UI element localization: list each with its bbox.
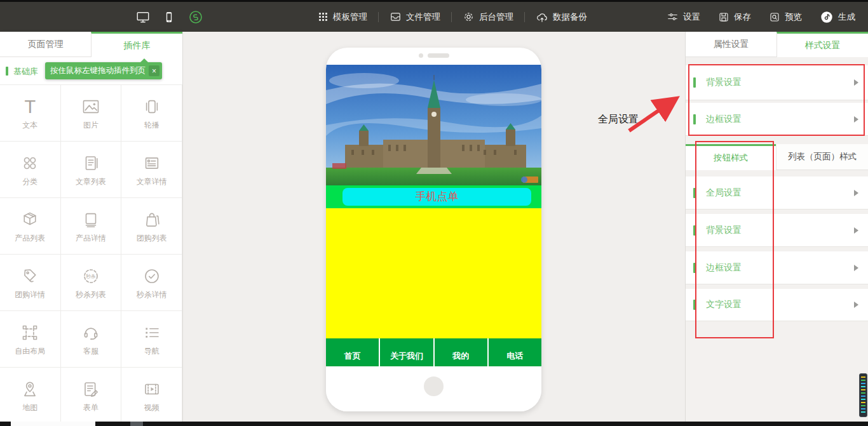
settings-button[interactable]: 设置 bbox=[667, 11, 700, 23]
menu-backend-management[interactable]: 后台管理 bbox=[463, 11, 513, 23]
plugin-item-category[interactable]: 分类 bbox=[0, 142, 61, 198]
plugin-item-article-detail[interactable]: 文章详情 bbox=[121, 142, 182, 198]
phone-bottom-nav: 首页 关于我们 我的 电话 bbox=[326, 338, 541, 366]
plugin-item-navigation[interactable]: 导航 bbox=[121, 311, 182, 368]
plugin-item-groupbuy-list[interactable]: 团购列表 bbox=[121, 198, 182, 255]
nav-item-phone[interactable]: 电话 bbox=[487, 338, 541, 366]
row-button-global-settings[interactable]: 全局设置 bbox=[686, 176, 868, 210]
nav-list-icon bbox=[142, 322, 161, 343]
row-background-settings[interactable]: 背景设置 bbox=[686, 65, 868, 100]
link-icon[interactable] bbox=[188, 10, 203, 25]
preview-magnifier-icon bbox=[769, 11, 780, 23]
side-widget[interactable] bbox=[859, 373, 867, 417]
separator bbox=[524, 12, 525, 22]
generate-icon bbox=[820, 10, 834, 24]
drag-hint-tooltip: 按住鼠标左键拖动插件到页 × bbox=[45, 62, 162, 79]
image-icon bbox=[81, 96, 100, 117]
file-box-icon bbox=[390, 11, 402, 23]
menu-template-management[interactable]: 模板管理 bbox=[318, 11, 367, 23]
tab-page-management[interactable]: 页面管理 bbox=[0, 32, 91, 57]
banner-image[interactable] bbox=[326, 65, 541, 185]
nav-item-about[interactable]: 关于我们 bbox=[379, 338, 433, 366]
row-button-border-settings[interactable]: 边框设置 bbox=[686, 251, 868, 284]
plugin-item-product-detail[interactable]: 产品详情 bbox=[61, 198, 122, 255]
scrollbar-thumb[interactable] bbox=[11, 422, 95, 426]
tab-plugin-library[interactable]: 插件库 bbox=[91, 32, 182, 57]
map-pin-icon bbox=[20, 378, 39, 400]
settings-panel: 属性设置 样式设置 背景设置 边框设置 按钮样式 列表（页面）样式 全局设置 背… bbox=[685, 32, 868, 422]
phone-chin bbox=[326, 366, 541, 411]
plugin-item-carousel[interactable]: 轮播 bbox=[121, 85, 182, 142]
plugin-item-form[interactable]: 表单 bbox=[61, 368, 122, 422]
product-detail-icon bbox=[81, 209, 100, 230]
groupbuy-detail-icon bbox=[20, 265, 39, 287]
groupbuy-list-icon bbox=[142, 209, 161, 230]
plugin-grid: T 文本 图片 轮播 分类 文章列表 bbox=[0, 84, 182, 422]
green-strip-block[interactable]: 手机点单 bbox=[326, 185, 541, 208]
save-button[interactable]: 保存 bbox=[718, 11, 751, 23]
phone-camera-dot bbox=[419, 53, 423, 58]
phone-screen: 手机点单 首页 关于我们 我的 电话 bbox=[326, 65, 541, 411]
green-marker bbox=[693, 300, 696, 310]
phone-preview: 手机点单 首页 关于我们 我的 电话 bbox=[326, 48, 541, 411]
scrollbar-segment bbox=[130, 422, 143, 426]
generate-button[interactable]: 生成 bbox=[820, 10, 855, 24]
plugin-item-video[interactable]: 视频 bbox=[121, 368, 182, 422]
form-icon bbox=[81, 378, 100, 400]
row-border-settings[interactable]: 边框设置 bbox=[686, 103, 868, 136]
plugin-item-free-layout[interactable]: 自由布局 bbox=[0, 311, 61, 368]
plugin-item-article-list[interactable]: 文章列表 bbox=[61, 142, 122, 198]
cloud-upload-icon bbox=[536, 11, 548, 23]
horizontal-scrollbar[interactable] bbox=[0, 422, 868, 426]
plugin-item-groupbuy-detail[interactable]: 团购详情 bbox=[0, 255, 61, 311]
desktop-view-icon[interactable] bbox=[136, 10, 150, 24]
free-layout-icon bbox=[20, 322, 39, 343]
chevron-right-icon bbox=[854, 190, 858, 196]
preview-button[interactable]: 预览 bbox=[769, 11, 802, 23]
tab-list-page-style[interactable]: 列表（页面）样式 bbox=[776, 144, 868, 170]
tooltip-close-icon[interactable]: × bbox=[149, 65, 159, 76]
row-button-background-settings[interactable]: 背景设置 bbox=[686, 214, 868, 247]
plugin-item-seckill-detail[interactable]: 秒杀详情 bbox=[121, 255, 182, 311]
row-button-text-settings[interactable]: 文字设置 bbox=[686, 289, 868, 321]
green-marker bbox=[693, 225, 696, 236]
product-list-icon bbox=[20, 209, 39, 230]
tab-attribute-settings[interactable]: 属性设置 bbox=[686, 32, 776, 57]
editor-canvas: 手机点单 首页 关于我们 我的 电话 全局设置 bbox=[183, 32, 685, 422]
plugin-item-product-list[interactable]: 产品列表 bbox=[0, 198, 61, 255]
green-marker bbox=[693, 77, 696, 88]
menu-file-management[interactable]: 文件管理 bbox=[390, 11, 440, 23]
nav-item-home[interactable]: 首页 bbox=[326, 338, 379, 366]
chevron-right-icon bbox=[854, 265, 858, 271]
chevron-right-icon bbox=[854, 302, 858, 308]
grid-icon bbox=[318, 11, 329, 22]
phone-home-button bbox=[424, 376, 444, 396]
svg-text:秒杀: 秒杀 bbox=[86, 274, 96, 279]
menu-data-backup[interactable]: 数据备份 bbox=[536, 11, 587, 23]
green-marker bbox=[693, 263, 696, 273]
nav-item-mine[interactable]: 我的 bbox=[433, 338, 487, 366]
mobile-view-icon[interactable] bbox=[163, 10, 175, 24]
tab-button-style[interactable]: 按钮样式 bbox=[686, 144, 776, 170]
plugin-item-image[interactable]: 图片 bbox=[61, 85, 122, 142]
plugin-item-customer-service[interactable]: 客服 bbox=[61, 311, 122, 368]
side-widget-stripes bbox=[861, 376, 865, 414]
seckill-detail-icon bbox=[142, 265, 161, 287]
green-marker bbox=[693, 188, 696, 198]
text-icon: T bbox=[24, 96, 36, 117]
tab-style-settings[interactable]: 样式设置 bbox=[776, 32, 868, 57]
order-button[interactable]: 手机点单 bbox=[342, 188, 531, 206]
category-icon bbox=[20, 152, 39, 174]
seckill-list-icon: 秒杀 bbox=[81, 265, 100, 287]
article-list-icon bbox=[81, 152, 100, 174]
headset-icon bbox=[81, 322, 100, 343]
top-toolbar: 模板管理 文件管理 后台管理 bbox=[0, 0, 868, 32]
phone-speaker-bar bbox=[428, 53, 449, 58]
gear-icon bbox=[463, 11, 475, 23]
chevron-right-icon bbox=[854, 116, 858, 123]
plugin-item-map[interactable]: 地图 bbox=[0, 368, 61, 422]
plugin-item-seckill-list[interactable]: 秒杀 秒杀列表 bbox=[61, 255, 122, 311]
yellow-content-block[interactable] bbox=[326, 208, 541, 338]
article-detail-icon bbox=[142, 152, 161, 174]
plugin-item-text[interactable]: T 文本 bbox=[0, 85, 61, 142]
